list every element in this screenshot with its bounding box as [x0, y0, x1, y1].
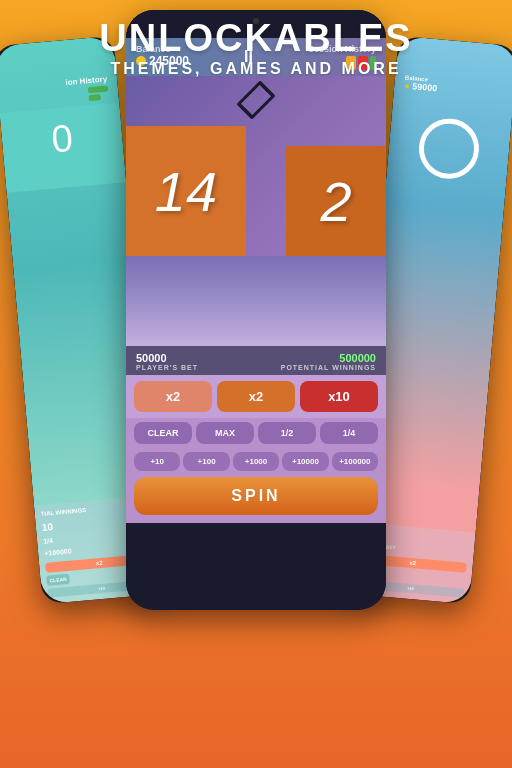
multiplier-section: x2 x2 x10: [126, 375, 386, 418]
potential-winnings-value: 500000: [281, 352, 376, 364]
increment-1000-button[interactable]: +1000: [233, 452, 279, 471]
header: UNLOCKABLES THEMES, GAMES AND MORE: [0, 0, 512, 88]
potential-winnings-group: 500000 POTENTIAL WINNINGS: [281, 352, 376, 371]
bet-section: 50000 PLAYER'S BET 500000 POTENTIAL WINN…: [126, 346, 386, 375]
increment-10000-button[interactable]: +10000: [282, 452, 328, 471]
game-middle-section: [126, 256, 386, 346]
multiplier-x2-button-1[interactable]: x2: [134, 381, 212, 412]
center-phone: Balance 245000 II Session History: [126, 10, 386, 610]
increment-100000-button[interactable]: +100000: [332, 452, 378, 471]
increment-100-button[interactable]: +100: [183, 452, 229, 471]
action-section: CLEAR MAX 1/2 1/4: [126, 418, 386, 448]
potential-winnings-label: POTENTIAL WINNINGS: [281, 364, 376, 371]
multiplier-x2-button-2[interactable]: x2: [217, 381, 295, 412]
max-button[interactable]: MAX: [196, 422, 254, 444]
left-big-number: 0: [50, 117, 75, 161]
multiplier-x10-button[interactable]: x10: [300, 381, 378, 412]
player-bet-label: PLAYER'S BET: [136, 364, 198, 371]
diamond-pointer: [245, 86, 267, 114]
left-number-block: 14: [126, 126, 246, 256]
clear-button[interactable]: CLEAR: [134, 422, 192, 444]
increment-section: +10 +100 +1000 +10000 +100000: [126, 448, 386, 477]
left-color-bars: [88, 86, 109, 102]
game-top-section: 14 2: [126, 76, 386, 256]
header-subtitle: THEMES, GAMES AND MORE: [0, 60, 512, 78]
header-title: UNLOCKABLES: [0, 18, 512, 60]
increment-10-button[interactable]: +10: [134, 452, 180, 471]
spin-section: SPIN: [126, 477, 386, 523]
center-game-area: 14 2 50000 PLAYER'S BET 500000 POTENTIAL…: [126, 76, 386, 610]
half-button[interactable]: 1/2: [258, 422, 316, 444]
left-color-bar-2: [88, 94, 100, 101]
center-phone-screen: Balance 245000 II Session History: [126, 10, 386, 610]
left-clear-btn[interactable]: CLEAR: [46, 574, 70, 586]
game-number-left: 14: [155, 159, 217, 224]
quarter-button[interactable]: 1/4: [320, 422, 378, 444]
spin-button[interactable]: SPIN: [134, 477, 378, 515]
player-bet-value: 50000: [136, 352, 198, 364]
player-bet-group: 50000 PLAYER'S BET: [136, 352, 198, 371]
right-big-circle: [416, 116, 481, 181]
game-number-right: 2: [320, 169, 351, 234]
right-number-block: 2: [286, 146, 386, 256]
